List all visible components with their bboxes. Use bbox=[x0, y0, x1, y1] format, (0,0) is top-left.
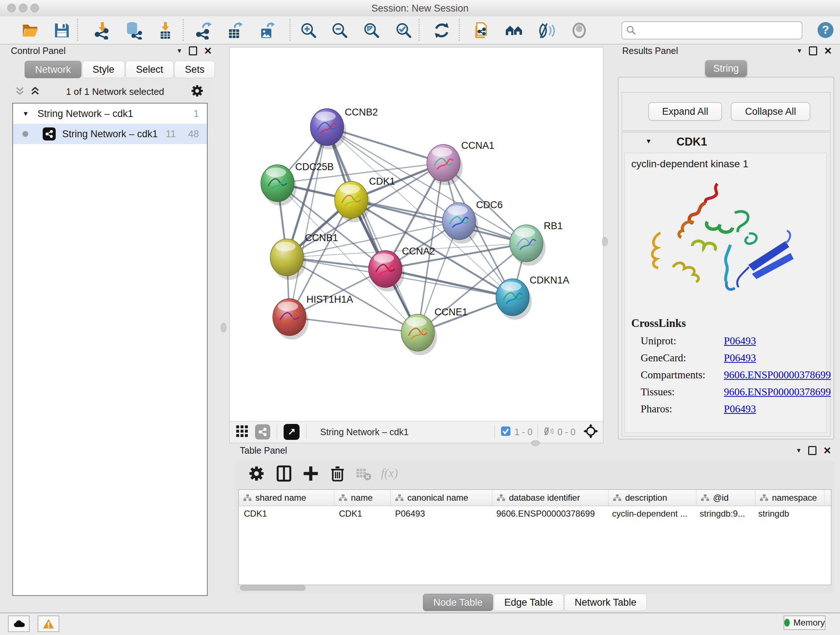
table-cell[interactable]: P06493 bbox=[390, 509, 491, 519]
column-header-name[interactable]: name bbox=[334, 490, 391, 506]
panel-float-icon[interactable] bbox=[189, 46, 197, 55]
import-network-database-icon[interactable] bbox=[124, 21, 142, 40]
tab-node-table[interactable]: Node Table bbox=[423, 594, 493, 611]
collection-count: 1 bbox=[194, 108, 199, 119]
horizontal-scrollbar[interactable] bbox=[240, 585, 306, 591]
table-cell[interactable]: stringdb:9... bbox=[695, 509, 753, 519]
panel-float-icon[interactable] bbox=[808, 446, 816, 455]
crosslink-link[interactable]: P06493 bbox=[724, 403, 756, 415]
refresh-icon[interactable] bbox=[433, 21, 451, 40]
grid-view-icon[interactable] bbox=[235, 424, 248, 439]
tab-select[interactable]: Select bbox=[126, 61, 174, 78]
column-header-description[interactable]: description bbox=[608, 490, 696, 506]
crosslink-link[interactable]: P06493 bbox=[724, 335, 756, 347]
network-collection-row[interactable]: ▼ String Network – cdk1 1 bbox=[13, 103, 207, 124]
protein-structure-image bbox=[634, 177, 804, 307]
selected-checkbox-icon[interactable] bbox=[501, 426, 511, 438]
tab-network-table[interactable]: Network Table bbox=[564, 594, 647, 611]
network-row[interactable]: String Network – cdk1 11 48 bbox=[13, 124, 207, 144]
table-panel: Table Panel ▼ ✕ f(x) shared namenamecano… bbox=[234, 445, 836, 612]
table-cell[interactable]: stringdb bbox=[753, 509, 822, 519]
add-column-icon[interactable] bbox=[302, 465, 319, 482]
section-collapse-icon[interactable]: ▼ bbox=[645, 138, 652, 145]
crosslink-row: Compartments:9606.ENSP00000378699 bbox=[631, 369, 831, 381]
string-results-content: Expand All Collapse All ▼ CDK1 cyclin-de… bbox=[618, 77, 834, 440]
crosslink-link[interactable]: 9606.ENSP00000378699 bbox=[724, 386, 831, 398]
network-svg[interactable]: CCNB2CCNA1CDC25BCDK1CDC6RB1CCNB1CCNA2CDK… bbox=[230, 48, 603, 421]
show-eye-icon[interactable] bbox=[570, 21, 588, 40]
right-splitter-handle[interactable] bbox=[602, 237, 608, 246]
network-node-CDKN1A[interactable]: CDKN1A bbox=[496, 275, 569, 320]
export-network-icon[interactable] bbox=[195, 21, 213, 40]
zoom-selected-icon[interactable] bbox=[395, 21, 413, 40]
crosslink-link[interactable]: P06493 bbox=[724, 352, 756, 364]
expand-all-networks-icon[interactable] bbox=[30, 86, 40, 98]
birdseye-view-icon[interactable] bbox=[284, 424, 300, 440]
help-icon[interactable]: ? bbox=[817, 21, 834, 39]
table-cell[interactable]: 9606.ENSP00000378699 bbox=[491, 509, 607, 519]
collapse-all-button[interactable]: Collapse All bbox=[731, 102, 810, 121]
table-gear-icon[interactable] bbox=[248, 465, 265, 482]
cloud-status-button[interactable] bbox=[8, 616, 30, 632]
crosslink-link[interactable]: 9606.ENSP00000378699 bbox=[724, 369, 831, 381]
node-label-RB1: RB1 bbox=[544, 220, 563, 231]
results-panel-title: Results Panel bbox=[622, 46, 678, 56]
zoom-out-icon[interactable] bbox=[331, 21, 349, 40]
tab-style[interactable]: Style bbox=[82, 61, 125, 78]
table-cell[interactable]: CDK1 bbox=[239, 509, 334, 519]
network-node-CDK1[interactable]: CDK1 bbox=[335, 176, 395, 222]
fit-content-icon[interactable] bbox=[584, 424, 598, 440]
column-header-database-identifier[interactable]: database identifier bbox=[493, 490, 608, 506]
import-table-icon[interactable] bbox=[156, 21, 174, 40]
search-input[interactable] bbox=[639, 25, 802, 36]
save-session-icon[interactable] bbox=[53, 21, 71, 40]
column-header-@id[interactable]: @id bbox=[696, 490, 755, 506]
left-splitter-handle[interactable] bbox=[221, 323, 226, 333]
network-node-HIST1H1A[interactable]: HIST1H1A bbox=[273, 294, 353, 340]
open-session-icon[interactable] bbox=[21, 21, 39, 40]
column-header-shared-name[interactable]: shared name bbox=[239, 490, 334, 506]
network-node-CDC6[interactable]: CDC6 bbox=[442, 200, 503, 244]
export-image-icon[interactable] bbox=[258, 21, 276, 40]
node-table[interactable]: shared namenamecanonical namedatabase id… bbox=[238, 489, 831, 585]
tab-sets[interactable]: Sets bbox=[174, 61, 215, 78]
panel-collapse-icon[interactable]: ▼ bbox=[796, 447, 802, 454]
network-node-CCNB1[interactable]: CCNB1 bbox=[270, 233, 338, 280]
warning-status-button[interactable] bbox=[38, 616, 59, 632]
export-table-icon[interactable] bbox=[226, 21, 244, 40]
panel-close-icon[interactable]: ✕ bbox=[823, 447, 831, 454]
zoom-in-icon[interactable] bbox=[300, 21, 317, 40]
panel-float-icon[interactable] bbox=[809, 46, 817, 55]
tab-network[interactable]: Network bbox=[25, 61, 81, 78]
home-layout-icon[interactable] bbox=[505, 21, 523, 40]
network-view[interactable]: CCNB2CCNA1CDC25BCDK1CDC6RB1CCNB1CCNA2CDK… bbox=[229, 47, 603, 443]
import-network-file-icon[interactable] bbox=[94, 21, 112, 40]
tab-edge-table[interactable]: Edge Table bbox=[494, 594, 564, 611]
collection-expand-icon[interactable]: ▼ bbox=[22, 110, 29, 118]
hide-glasses-icon[interactable] bbox=[538, 21, 556, 40]
column-header-canonical-name[interactable]: canonical name bbox=[391, 490, 493, 506]
network-node-RB1[interactable]: RB1 bbox=[510, 220, 563, 266]
zoom-fit-icon[interactable] bbox=[363, 21, 381, 40]
tab-string[interactable]: String bbox=[705, 60, 747, 77]
table-row[interactable]: CDK1CDK1P064939606.ENSP00000378699cyclin… bbox=[239, 506, 831, 521]
panel-close-icon[interactable]: ✕ bbox=[204, 48, 212, 55]
panel-close-icon[interactable]: ✕ bbox=[824, 48, 832, 55]
show-columns-icon[interactable] bbox=[275, 465, 293, 482]
search-box[interactable] bbox=[622, 21, 802, 40]
memory-label: Memory bbox=[793, 618, 825, 628]
table-cell[interactable]: cyclin-dependent ... bbox=[607, 509, 695, 519]
network-node-CCNE1[interactable]: CCNE1 bbox=[401, 307, 468, 355]
network-options-gear-icon[interactable] bbox=[190, 84, 204, 99]
memory-button[interactable]: Memory bbox=[783, 616, 826, 630]
delete-column-icon[interactable] bbox=[329, 465, 346, 482]
collapse-all-networks-icon[interactable] bbox=[15, 86, 25, 98]
panel-collapse-icon[interactable]: ▼ bbox=[177, 48, 183, 55]
share-view-icon[interactable] bbox=[255, 424, 270, 440]
string-import-icon[interactable] bbox=[472, 21, 491, 40]
node-description: cyclin-dependent kinase 1 bbox=[631, 158, 748, 170]
panel-collapse-icon[interactable]: ▼ bbox=[797, 48, 803, 55]
expand-all-button[interactable]: Expand All bbox=[648, 102, 722, 121]
table-cell[interactable]: CDK1 bbox=[334, 509, 390, 519]
column-header-namespace[interactable]: namespace bbox=[755, 490, 824, 506]
